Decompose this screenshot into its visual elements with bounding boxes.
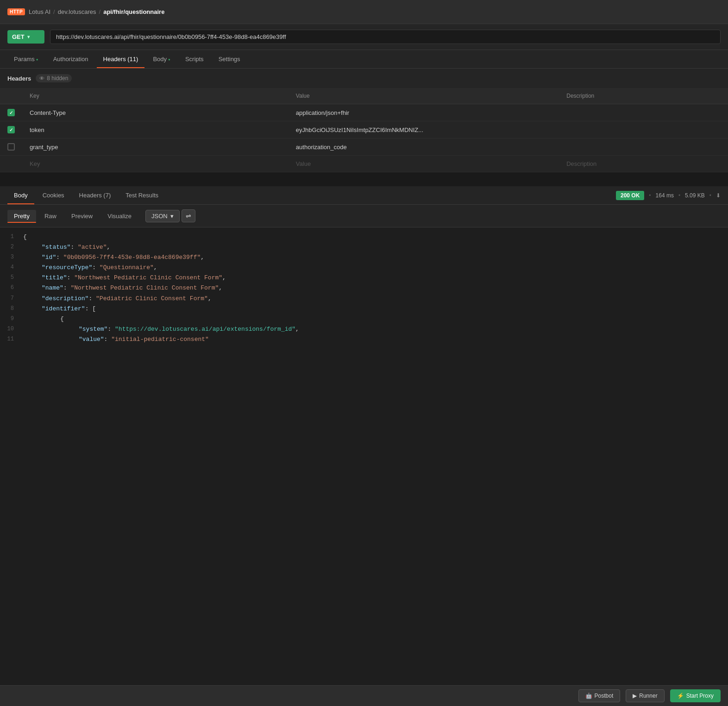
checkbox-token[interactable] (7, 126, 15, 133)
runner-button[interactable]: ▶ Runner (626, 689, 664, 702)
chevron-down-icon: ▾ (27, 34, 30, 39)
body-dot: ● (168, 57, 170, 62)
json-body: 1 { 2 "status": "active", 3 "id": "0b0b0… (0, 227, 728, 349)
placeholder-description[interactable]: Description (559, 156, 728, 172)
method-dropdown[interactable]: GET ▾ (7, 30, 44, 44)
resp-tab-headers[interactable]: Headers (7) (73, 186, 118, 204)
wrap-button[interactable]: ⇌ (182, 209, 195, 222)
breadcrumb-sep2: / (99, 8, 101, 15)
checkbox-content-type[interactable] (7, 109, 15, 116)
col-header-key: Key (22, 88, 289, 104)
breadcrumb-sep1: / (53, 8, 55, 15)
postbot-button[interactable]: 🤖 Postbot (578, 689, 621, 702)
breadcrumb: Lotus AI / dev.lotuscares / api/fhir/que… (29, 8, 164, 15)
url-input[interactable] (50, 30, 721, 44)
json-line: 1 { (0, 232, 728, 242)
headers-section-title: Headers (7, 75, 31, 82)
start-proxy-button[interactable]: ⚡ Start Proxy (670, 689, 721, 702)
view-tab-pretty[interactable]: Pretty (7, 210, 36, 222)
format-select[interactable]: JSON ▾ (145, 210, 180, 222)
view-tab-preview[interactable]: Preview (65, 210, 99, 222)
view-tab-visualize[interactable]: Visualize (101, 210, 138, 222)
headers-section-header: Headers 👁 8 hidden (0, 69, 728, 88)
key-content-type[interactable]: Content-Type (22, 104, 289, 121)
save-response-icon[interactable]: ⬇ (716, 192, 721, 199)
placeholder-key[interactable]: Key (22, 156, 289, 172)
json-line: 2 "status": "active", (0, 242, 728, 252)
tab-params[interactable]: Params● (7, 50, 45, 68)
tab-scripts[interactable]: Scripts (179, 50, 210, 68)
url-bar: GET ▾ (0, 24, 728, 50)
json-line: 10 "system": "https://dev.lotuscares.ai/… (0, 324, 728, 334)
tab-body[interactable]: Body● (146, 50, 176, 68)
key-grant-type[interactable]: grant_type (22, 139, 289, 156)
runner-icon: ▶ (633, 693, 637, 699)
desc-grant-type (559, 139, 728, 156)
value-grant-type[interactable]: authorization_code (289, 139, 559, 156)
col-header-description: Description (559, 88, 728, 104)
http-badge: HTTP (7, 8, 25, 15)
tab-settings[interactable]: Settings (212, 50, 247, 68)
table-row: Content-Type application/json+fhir (0, 104, 728, 121)
resp-tab-test-results[interactable]: Test Results (119, 186, 165, 204)
json-line: 9 { (0, 314, 728, 324)
value-token[interactable]: eyJhbGciOiJSUzI1NiIsImtpZZCI6ImNkMDNIZ..… (289, 121, 559, 139)
response-time: 164 ms (656, 192, 674, 199)
eye-icon: 👁 (39, 76, 44, 81)
status-dot-sep2: • (678, 192, 680, 199)
body-toolbar: Pretty Raw Preview Visualize JSON ▾ ⇌ (0, 205, 728, 227)
response-size: 5.09 KB (685, 192, 705, 199)
section-divider (0, 172, 728, 186)
table-row: token eyJhbGciOiJSUzI1NiIsImtpZZCI6ImNkM… (0, 121, 728, 139)
request-tabs: Params● Authorization Headers (11) Body●… (0, 50, 728, 69)
bottom-bar: 🤖 Postbot ▶ Runner ⚡ Start Proxy (0, 685, 728, 706)
hidden-badge[interactable]: 👁 8 hidden (36, 74, 72, 82)
placeholder-value[interactable]: Value (289, 156, 559, 172)
status-dot-sep1: • (649, 192, 651, 199)
resp-tab-cookies[interactable]: Cookies (36, 186, 71, 204)
table-row: grant_type authorization_code (0, 139, 728, 156)
format-chevron-icon: ▾ (170, 213, 174, 220)
desc-token (559, 121, 728, 139)
json-line: 3 "id": "0b0b0956-7ff4-453e-98d8-ea4c869… (0, 252, 728, 263)
value-content-type[interactable]: application/json+fhir (289, 104, 559, 121)
json-line: 4 "resourceType": "Questionnaire", (0, 263, 728, 273)
top-bar: HTTP Lotus AI / dev.lotuscares / api/fhi… (0, 0, 728, 24)
key-token[interactable]: token (22, 121, 289, 139)
params-dot: ● (36, 57, 38, 62)
method-label: GET (12, 33, 25, 40)
json-line: 7 "description": "Pediatric Clinic Conse… (0, 294, 728, 304)
json-line: 6 "name": "Northwest Pediatric Clinic Co… (0, 283, 728, 293)
hidden-count: 8 hidden (47, 75, 68, 82)
status-badge: 200 OK (616, 191, 644, 200)
resp-tab-body[interactable]: Body (7, 186, 34, 204)
col-header-check (0, 88, 22, 104)
table-row-placeholder: Key Value Description (0, 156, 728, 172)
postbot-icon: 🤖 (585, 693, 592, 699)
view-tab-raw[interactable]: Raw (38, 210, 63, 222)
breadcrumb-current: api/fhir/questionnaire (103, 8, 164, 15)
start-proxy-icon: ⚡ (677, 693, 684, 699)
breadcrumb-part2[interactable]: dev.lotuscares (58, 8, 96, 15)
desc-content-type (559, 104, 728, 121)
json-line: 11 "value": "initial-pediatric-consent" (0, 334, 728, 345)
response-status: 200 OK • 164 ms • 5.09 KB • ⬇ (616, 191, 721, 200)
json-line: 8 "identifier": [ (0, 304, 728, 314)
col-header-value: Value (289, 88, 559, 104)
breadcrumb-part1[interactable]: Lotus AI (29, 8, 50, 15)
tab-authorization[interactable]: Authorization (47, 50, 95, 68)
checkbox-grant-type[interactable] (7, 143, 15, 151)
headers-table: Key Value Description Content-Type appli… (0, 88, 728, 172)
response-tabs: Body Cookies Headers (7) Test Results 20… (0, 186, 728, 205)
json-line: 5 "title": "Northwest Pediatric Clinic C… (0, 273, 728, 283)
status-dot-sep3: • (709, 192, 711, 199)
tab-headers[interactable]: Headers (11) (97, 50, 145, 68)
